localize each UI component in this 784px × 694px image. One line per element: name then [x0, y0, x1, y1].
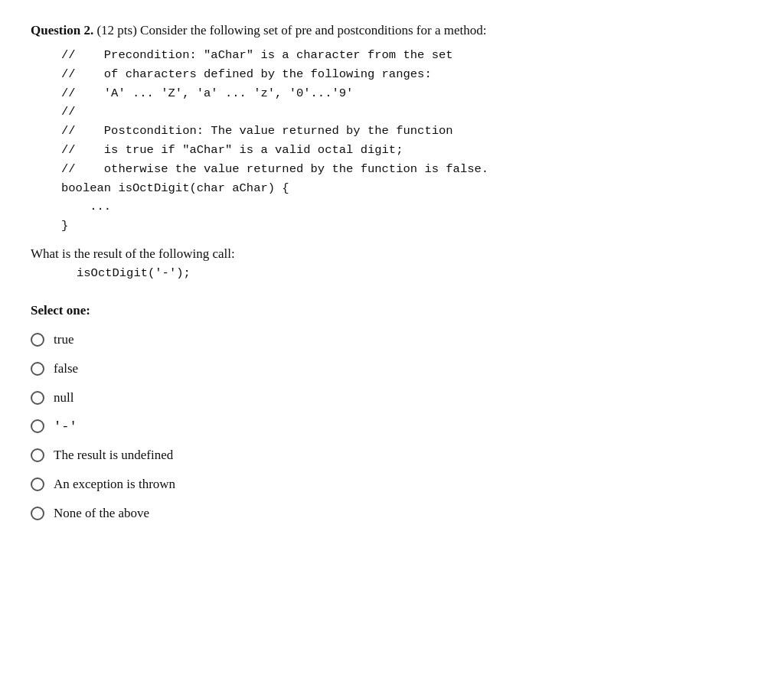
opt-dash-label: '-': [54, 419, 77, 434]
opt-none-label: None of the above: [54, 506, 149, 521]
opt-false[interactable]: false: [31, 361, 753, 376]
what-text: What is the result of the following call…: [31, 246, 753, 262]
question-intro-text: Consider the following set of pre and po…: [140, 23, 486, 37]
select-label: Select one:: [31, 303, 753, 318]
opt-dash-radio[interactable]: [31, 419, 44, 433]
opt-exception[interactable]: An exception is thrown: [31, 477, 753, 492]
opt-undefined-label: The result is undefined: [54, 448, 173, 463]
opt-null-label: null: [54, 390, 74, 406]
opt-null-radio[interactable]: [31, 391, 44, 405]
question-pts: (12 pts): [96, 23, 136, 37]
opt-null[interactable]: null: [31, 390, 753, 406]
opt-undefined[interactable]: The result is undefined: [31, 448, 753, 463]
opt-undefined-radio[interactable]: [31, 448, 44, 462]
opt-none[interactable]: None of the above: [31, 506, 753, 521]
question-block: Question 2. (12 pts) Consider the follow…: [31, 23, 753, 280]
call-line: isOctDigit('-');: [77, 266, 753, 280]
opt-true-label: true: [54, 332, 74, 347]
options-list: truefalsenull'-'The result is undefinedA…: [31, 332, 753, 521]
code-block: // Precondition: "aChar" is a character …: [61, 46, 753, 236]
opt-false-radio[interactable]: [31, 362, 44, 376]
opt-true[interactable]: true: [31, 332, 753, 347]
opt-false-label: false: [54, 361, 78, 376]
opt-exception-radio[interactable]: [31, 477, 44, 491]
opt-exception-label: An exception is thrown: [54, 477, 175, 492]
opt-dash[interactable]: '-': [31, 419, 753, 434]
opt-none-radio[interactable]: [31, 507, 44, 520]
opt-true-radio[interactable]: [31, 333, 44, 347]
question-header: Question 2. (12 pts) Consider the follow…: [31, 23, 753, 38]
question-number: Question 2.: [31, 23, 93, 37]
